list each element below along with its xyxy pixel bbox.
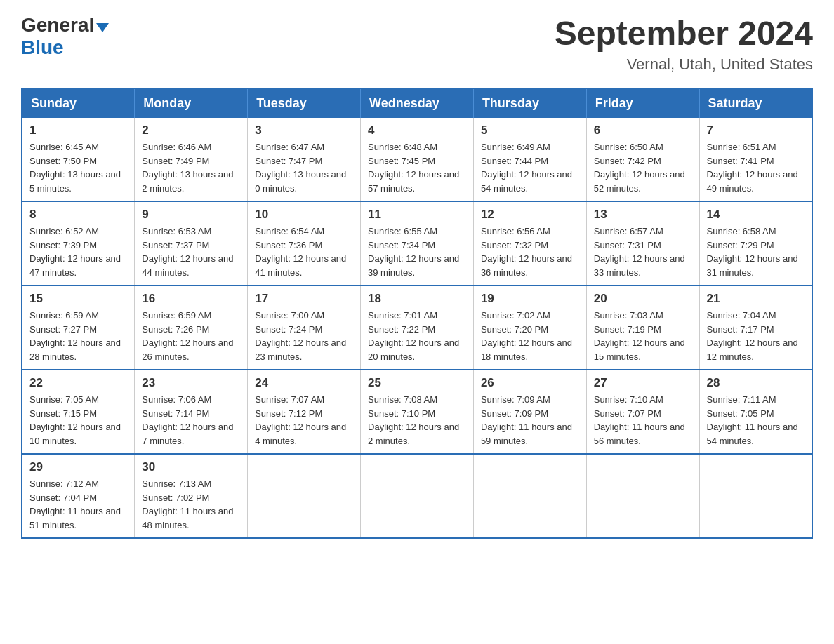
day-header-monday: Monday <box>135 88 248 118</box>
calendar-cell: 30Sunrise: 7:13 AMSunset: 7:02 PMDayligh… <box>135 454 248 538</box>
calendar-cell: 2Sunrise: 6:46 AMSunset: 7:49 PMDaylight… <box>135 118 248 201</box>
day-number: 24 <box>255 376 353 390</box>
calendar-cell: 3Sunrise: 6:47 AMSunset: 7:47 PMDaylight… <box>248 118 361 201</box>
calendar-cell: 25Sunrise: 7:08 AMSunset: 7:10 PMDayligh… <box>361 370 474 454</box>
calendar-cell: 9Sunrise: 6:53 AMSunset: 7:37 PMDaylight… <box>135 201 248 286</box>
calendar-cell: 17Sunrise: 7:00 AMSunset: 7:24 PMDayligh… <box>248 286 361 370</box>
calendar-cell: 1Sunrise: 6:45 AMSunset: 7:50 PMDaylight… <box>22 118 135 201</box>
day-info: Sunrise: 7:00 AMSunset: 7:24 PMDaylight:… <box>255 309 353 363</box>
logo: General Blue <box>21 14 109 59</box>
day-number: 13 <box>594 208 692 222</box>
calendar-cell: 27Sunrise: 7:10 AMSunset: 7:07 PMDayligh… <box>586 370 699 454</box>
day-number: 11 <box>368 208 466 222</box>
day-info: Sunrise: 6:55 AMSunset: 7:34 PMDaylight:… <box>368 224 466 279</box>
week-row-4: 22Sunrise: 7:05 AMSunset: 7:15 PMDayligh… <box>22 370 812 454</box>
day-info: Sunrise: 6:50 AMSunset: 7:42 PMDaylight:… <box>594 140 692 195</box>
calendar-cell: 8Sunrise: 6:52 AMSunset: 7:39 PMDaylight… <box>22 201 135 286</box>
day-number: 25 <box>368 376 466 390</box>
calendar-cell <box>473 454 586 538</box>
calendar-cell: 23Sunrise: 7:06 AMSunset: 7:14 PMDayligh… <box>135 370 248 454</box>
week-row-1: 1Sunrise: 6:45 AMSunset: 7:50 PMDaylight… <box>22 118 812 201</box>
day-info: Sunrise: 6:56 AMSunset: 7:32 PMDaylight:… <box>481 224 579 279</box>
calendar-cell <box>248 454 361 538</box>
day-info: Sunrise: 6:59 AMSunset: 7:27 PMDaylight:… <box>29 309 127 363</box>
calendar-cell: 22Sunrise: 7:05 AMSunset: 7:15 PMDayligh… <box>22 370 135 454</box>
day-number: 16 <box>142 292 240 306</box>
logo-blue-text: Blue <box>21 36 64 59</box>
day-number: 12 <box>481 208 579 222</box>
day-number: 28 <box>707 376 805 390</box>
day-header-sunday: Sunday <box>22 88 135 118</box>
day-number: 21 <box>707 292 805 306</box>
day-info: Sunrise: 7:07 AMSunset: 7:12 PMDaylight:… <box>255 393 353 448</box>
day-number: 20 <box>594 292 692 306</box>
day-number: 1 <box>29 123 127 137</box>
week-row-3: 15Sunrise: 6:59 AMSunset: 7:27 PMDayligh… <box>22 286 812 370</box>
day-info: Sunrise: 6:46 AMSunset: 7:49 PMDaylight:… <box>142 140 240 195</box>
logo-general-text: General <box>21 14 94 36</box>
day-info: Sunrise: 7:09 AMSunset: 7:09 PMDaylight:… <box>481 393 579 448</box>
day-header-thursday: Thursday <box>473 88 586 118</box>
day-info: Sunrise: 6:52 AMSunset: 7:39 PMDaylight:… <box>29 224 127 279</box>
day-header-friday: Friday <box>586 88 699 118</box>
calendar-cell: 14Sunrise: 6:58 AMSunset: 7:29 PMDayligh… <box>699 201 812 286</box>
calendar-cell: 13Sunrise: 6:57 AMSunset: 7:31 PMDayligh… <box>586 201 699 286</box>
day-info: Sunrise: 6:47 AMSunset: 7:47 PMDaylight:… <box>255 140 353 195</box>
day-header-saturday: Saturday <box>699 88 812 118</box>
day-info: Sunrise: 7:10 AMSunset: 7:07 PMDaylight:… <box>594 393 692 448</box>
calendar-cell: 5Sunrise: 6:49 AMSunset: 7:44 PMDaylight… <box>473 118 586 201</box>
calendar-cell: 29Sunrise: 7:12 AMSunset: 7:04 PMDayligh… <box>22 454 135 538</box>
calendar-cell: 24Sunrise: 7:07 AMSunset: 7:12 PMDayligh… <box>248 370 361 454</box>
day-info: Sunrise: 7:11 AMSunset: 7:05 PMDaylight:… <box>707 393 805 448</box>
day-info: Sunrise: 7:12 AMSunset: 7:04 PMDaylight:… <box>29 477 127 532</box>
calendar-cell: 10Sunrise: 6:54 AMSunset: 7:36 PMDayligh… <box>248 201 361 286</box>
calendar-cell: 16Sunrise: 6:59 AMSunset: 7:26 PMDayligh… <box>135 286 248 370</box>
calendar-cell <box>586 454 699 538</box>
day-info: Sunrise: 6:53 AMSunset: 7:37 PMDaylight:… <box>142 224 240 279</box>
calendar-cell: 18Sunrise: 7:01 AMSunset: 7:22 PMDayligh… <box>361 286 474 370</box>
day-number: 22 <box>29 376 127 390</box>
calendar-cell: 15Sunrise: 6:59 AMSunset: 7:27 PMDayligh… <box>22 286 135 370</box>
day-header-wednesday: Wednesday <box>361 88 474 118</box>
day-info: Sunrise: 7:01 AMSunset: 7:22 PMDaylight:… <box>368 309 466 363</box>
day-info: Sunrise: 7:13 AMSunset: 7:02 PMDaylight:… <box>142 477 240 532</box>
day-info: Sunrise: 7:02 AMSunset: 7:20 PMDaylight:… <box>481 309 579 363</box>
day-number: 9 <box>142 208 240 222</box>
day-number: 30 <box>142 460 240 474</box>
day-info: Sunrise: 6:51 AMSunset: 7:41 PMDaylight:… <box>707 140 805 195</box>
calendar-cell: 19Sunrise: 7:02 AMSunset: 7:20 PMDayligh… <box>473 286 586 370</box>
calendar-cell <box>699 454 812 538</box>
calendar-table: SundayMondayTuesdayWednesdayThursdayFrid… <box>21 88 813 539</box>
day-number: 8 <box>29 208 127 222</box>
day-info: Sunrise: 6:54 AMSunset: 7:36 PMDaylight:… <box>255 224 353 279</box>
calendar-cell: 12Sunrise: 6:56 AMSunset: 7:32 PMDayligh… <box>473 201 586 286</box>
day-number: 19 <box>481 292 579 306</box>
logo-triangle-icon <box>96 23 109 32</box>
day-info: Sunrise: 7:08 AMSunset: 7:10 PMDaylight:… <box>368 393 466 448</box>
day-number: 2 <box>142 123 240 137</box>
calendar-cell: 11Sunrise: 6:55 AMSunset: 7:34 PMDayligh… <box>361 201 474 286</box>
day-info: Sunrise: 7:03 AMSunset: 7:19 PMDaylight:… <box>594 309 692 363</box>
day-number: 4 <box>368 123 466 137</box>
day-number: 10 <box>255 208 353 222</box>
subtitle: Vernal, Utah, United States <box>555 55 813 74</box>
day-info: Sunrise: 7:05 AMSunset: 7:15 PMDaylight:… <box>29 393 127 448</box>
day-number: 29 <box>29 460 127 474</box>
calendar-cell <box>361 454 474 538</box>
week-row-5: 29Sunrise: 7:12 AMSunset: 7:04 PMDayligh… <box>22 454 812 538</box>
day-number: 15 <box>29 292 127 306</box>
day-number: 18 <box>368 292 466 306</box>
day-info: Sunrise: 6:58 AMSunset: 7:29 PMDaylight:… <box>707 224 805 279</box>
day-number: 3 <box>255 123 353 137</box>
day-number: 6 <box>594 123 692 137</box>
page-header: General Blue September 2024 Vernal, Utah… <box>21 14 813 74</box>
calendar-cell: 21Sunrise: 7:04 AMSunset: 7:17 PMDayligh… <box>699 286 812 370</box>
day-number: 26 <box>481 376 579 390</box>
calendar-cell: 26Sunrise: 7:09 AMSunset: 7:09 PMDayligh… <box>473 370 586 454</box>
day-info: Sunrise: 6:48 AMSunset: 7:45 PMDaylight:… <box>368 140 466 195</box>
day-info: Sunrise: 7:04 AMSunset: 7:17 PMDaylight:… <box>707 309 805 363</box>
days-header-row: SundayMondayTuesdayWednesdayThursdayFrid… <box>22 88 812 118</box>
calendar-cell: 20Sunrise: 7:03 AMSunset: 7:19 PMDayligh… <box>586 286 699 370</box>
day-number: 23 <box>142 376 240 390</box>
main-title: September 2024 <box>555 14 813 53</box>
